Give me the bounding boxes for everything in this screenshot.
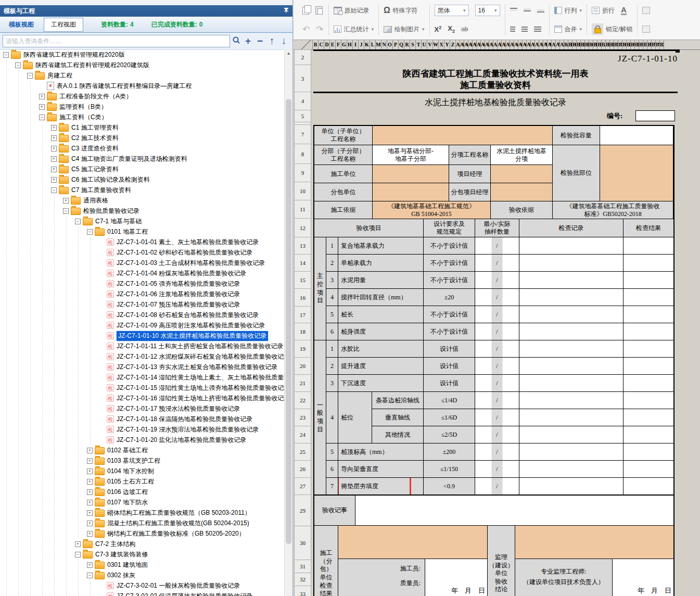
- column-letter[interactable]: AD: [468, 40, 473, 49]
- tree-item[interactable]: −陕西省建筑工程资料管理规程2020版: [1, 49, 284, 60]
- column-letter[interactable]: AI: [489, 40, 493, 49]
- record-cell[interactable]: [519, 426, 623, 443]
- column-letter[interactable]: AT: [535, 40, 539, 49]
- column-letter[interactable]: N: [381, 40, 387, 49]
- tree-scrollbar[interactable]: ▲: [284, 49, 292, 596]
- row-number[interactable]: 7: [294, 125, 311, 144]
- record-cell[interactable]: [519, 272, 623, 288]
- tree-item[interactable]: 检JZ-C7-1-01-14 湿陷性黄土场地上素土、灰土地基检验批质量验收记录: [1, 372, 284, 383]
- column-letter[interactable]: BN: [618, 40, 622, 49]
- tree-item[interactable]: +混凝土结构工程施工质量验收规范(GB 50204-2015): [1, 518, 284, 528]
- tree-item[interactable]: 检JZ-C7-1-01-06 注浆地基检验批质量验收记录: [1, 289, 284, 299]
- draw-picture-button[interactable]: 绘制图片▾: [384, 25, 425, 34]
- column-letter[interactable]: W: [433, 40, 439, 49]
- column-letter[interactable]: P: [393, 40, 399, 49]
- tree-expander[interactable]: −: [51, 187, 57, 193]
- special-chars-button[interactable]: Ω特殊字符: [384, 6, 418, 15]
- tree-item[interactable]: +0106 边坡工程: [1, 487, 284, 497]
- search-icon[interactable]: [230, 35, 242, 47]
- notes-value-cell[interactable]: [355, 496, 673, 525]
- column-letter[interactable]: BF: [585, 40, 589, 49]
- column-letter[interactable]: BL: [610, 40, 614, 49]
- tree-item[interactable]: 检JZ-C7-1-01-04 粉煤灰地基检验批质量验收记录: [1, 268, 284, 278]
- result-cell[interactable]: [623, 443, 673, 460]
- lock-unlock-button[interactable]: 锁定/解锁: [592, 23, 632, 35]
- sample-cell[interactable]: /: [475, 323, 519, 340]
- column-letter[interactable]: BH: [593, 40, 597, 49]
- column-letter[interactable]: BW: [656, 40, 660, 49]
- tree-item[interactable]: +C4 施工物资出厂质量证明及进场检测资料: [1, 154, 284, 164]
- builder-date-cell[interactable]: 年 月 日: [425, 559, 487, 596]
- tree-item[interactable]: 检JZ-C7-1-01-20 盐化法地基检验批质量验收记录: [1, 435, 284, 445]
- tree-item[interactable]: +0102 基础工程: [1, 445, 284, 455]
- tree-item[interactable]: 检JZ-C7-1-01-01 素土、灰土地基检验批质量验收记录: [1, 237, 284, 247]
- column-letter[interactable]: AO: [514, 40, 518, 49]
- column-letter[interactable]: AA: [456, 40, 460, 49]
- sub-unit-value-cell[interactable]: [373, 183, 449, 201]
- column-letter[interactable]: AL: [502, 40, 506, 49]
- column-letter[interactable]: BR: [635, 40, 639, 49]
- sample-cell[interactable]: /: [475, 289, 519, 306]
- tree-item[interactable]: −C7-3 建筑装饰装修: [1, 549, 284, 560]
- record-cell[interactable]: [519, 443, 623, 460]
- sample-cell[interactable]: /: [475, 306, 519, 323]
- column-letter[interactable]: L: [370, 40, 376, 49]
- column-letter[interactable]: Q: [399, 40, 404, 49]
- basis-value[interactable]: 《建筑地基基础工程施工规范》 GB 51004-2015: [373, 201, 490, 219]
- tree-item[interactable]: +C1 施工管理资料: [1, 122, 284, 133]
- tree-expander[interactable]: −: [39, 115, 45, 120]
- column-letter[interactable]: BC: [572, 40, 577, 49]
- column-letter[interactable]: BO: [622, 40, 627, 49]
- row-number[interactable]: 4: [294, 92, 311, 110]
- tree-item[interactable]: x表A.0.1 陕西省建筑工程资料整编目录—房建工程: [1, 81, 284, 91]
- tab-template-view[interactable]: 模板视图: [2, 18, 41, 31]
- tree-item[interactable]: +工程准备阶段文件（A类）: [1, 91, 284, 102]
- column-letter[interactable]: BM: [614, 40, 618, 49]
- row-number[interactable]: 25: [294, 443, 311, 461]
- row-number[interactable]: 20: [294, 358, 311, 375]
- record-cell[interactable]: [519, 375, 623, 391]
- capacity-value-cell[interactable]: [600, 126, 673, 145]
- tree-item[interactable]: 检JZ-C7-1-01-16 湿陷性黄土场地上挤密地基检验批质量验收记录: [1, 393, 284, 403]
- row-number[interactable]: 15: [294, 272, 311, 289]
- row-number[interactable]: 33: [294, 586, 311, 596]
- tree-item[interactable]: 检JZ-C7-1-01-17 预浸水法检验批质量验收记录: [1, 403, 284, 414]
- column-letter[interactable]: S: [410, 40, 416, 49]
- tree-expander[interactable]: +: [39, 104, 45, 110]
- tree-expander[interactable]: −: [75, 219, 81, 224]
- tab-project-view[interactable]: 工程视图: [44, 18, 83, 32]
- collapse-all-icon[interactable]: −: [254, 35, 266, 47]
- sample-cell[interactable]: /: [475, 237, 519, 254]
- tree-expander[interactable]: +: [51, 177, 57, 183]
- tree-expander[interactable]: −: [15, 62, 21, 68]
- expand-all-icon[interactable]: +: [242, 35, 254, 47]
- column-letter[interactable]: BG: [589, 40, 593, 49]
- sample-cell[interactable]: /: [475, 478, 519, 494]
- supervisor-date-cell[interactable]: 年 月 日: [613, 559, 673, 596]
- tree-item[interactable]: +C7-2 主体结构: [1, 539, 284, 549]
- sample-cell[interactable]: /: [475, 426, 519, 443]
- summary-stats-button[interactable]: 汇总统计▾: [334, 25, 374, 34]
- tree-item[interactable]: +砌体结构工程施工质量验收规范（GB 50203-2011）: [1, 508, 284, 518]
- tree-item[interactable]: +0105 土石方工程: [1, 476, 284, 487]
- print-area-handle[interactable]: [676, 49, 680, 53]
- tree-expander[interactable]: +: [39, 94, 45, 99]
- column-letter[interactable]: G: [341, 40, 347, 49]
- tree-item[interactable]: +钢结构工程施工质量验收标准（GB 50205-2020）: [1, 528, 284, 539]
- row-number[interactable]: 18: [294, 323, 311, 340]
- sample-cell[interactable]: /: [475, 340, 519, 357]
- column-letter[interactable]: AG: [481, 40, 485, 49]
- tree-expander[interactable]: +: [87, 510, 93, 516]
- row-number[interactable]: 23: [294, 409, 311, 426]
- row-number[interactable]: 14: [294, 255, 311, 272]
- column-letter[interactable]: AE: [473, 40, 477, 49]
- row-number[interactable]: 30: [294, 526, 311, 560]
- column-letter[interactable]: AS: [531, 40, 535, 49]
- column-letter[interactable]: Y: [444, 40, 450, 49]
- tree-item[interactable]: 检JZ-C7-1-01-09 高压喷射注浆地基检验批质量验收记录: [1, 320, 284, 331]
- record-cell[interactable]: [519, 306, 623, 323]
- tree-item[interactable]: −C7 施工质量验收资料: [1, 185, 284, 195]
- column-letter[interactable]: AC: [464, 40, 468, 49]
- unit-value-cell[interactable]: [373, 126, 552, 145]
- column-letter[interactable]: E: [330, 40, 336, 49]
